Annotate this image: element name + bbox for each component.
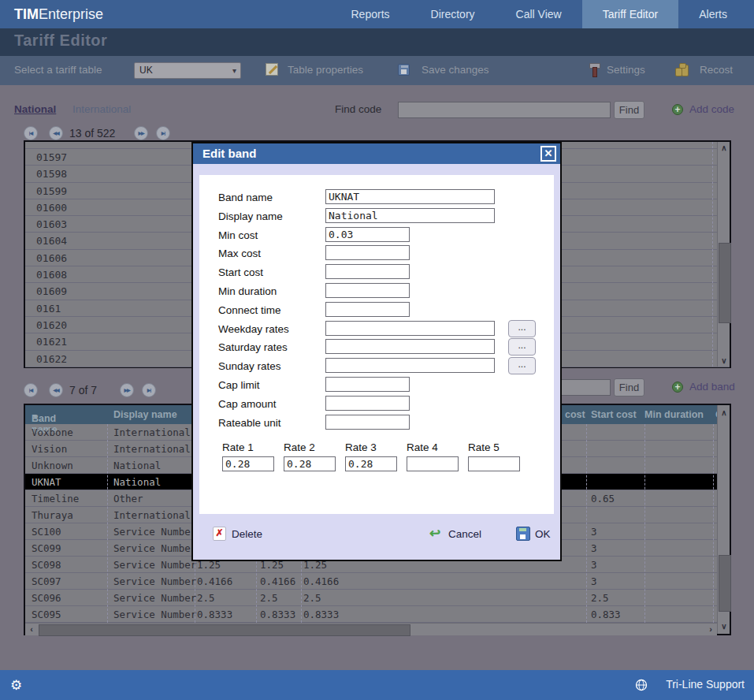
col-display-name[interactable]: Display name (113, 409, 177, 420)
save-changes-button[interactable]: Save changes (422, 64, 489, 76)
field-input-weekday-rates[interactable] (325, 321, 495, 336)
col-start-cost[interactable]: Start cost (591, 409, 637, 420)
field-input-cap-amount[interactable] (325, 396, 410, 411)
band-first-page-icon[interactable]: |◀ (24, 383, 38, 397)
col-min-duration[interactable]: Min duration (644, 409, 704, 420)
settings-tool-icon[interactable] (588, 62, 600, 76)
scroll-thumb[interactable] (39, 624, 410, 636)
dialog-field-row: Display name (199, 208, 554, 227)
field-input-rateable-unit[interactable] (325, 415, 410, 430)
band-row[interactable]: SC095Service Number0.83330.83330.83330.8… (25, 606, 730, 623)
tariff-table-label: Select a tariff table (14, 64, 102, 76)
tab-national[interactable]: National (14, 103, 56, 115)
band-cell-r1: 0.8333 (197, 609, 232, 620)
scroll-down-icon[interactable]: ∨ (718, 620, 730, 632)
browse-button[interactable]: ... (508, 357, 536, 374)
scroll-up-icon[interactable]: ∧ (718, 142, 730, 154)
rate-input-2[interactable] (284, 456, 336, 471)
field-input-min-duration[interactable] (325, 283, 410, 298)
scroll-thumb[interactable] (719, 555, 731, 612)
field-input-band-name[interactable] (325, 189, 495, 204)
add-band-plus-icon[interactable]: + (672, 382, 683, 393)
scroll-down-icon[interactable]: ∨ (718, 355, 730, 367)
rate-input-1[interactable] (222, 456, 274, 471)
field-input-sunday-rates[interactable] (325, 358, 495, 373)
band-next-page-icon[interactable]: ▶▶ (120, 383, 134, 397)
table-properties-button[interactable]: Table properties (288, 64, 363, 76)
scroll-left-icon[interactable]: ‹ (25, 624, 38, 636)
delete-button[interactable]: Delete (232, 528, 262, 540)
add-plus-icon[interactable]: + (672, 104, 683, 115)
scroll-thumb[interactable] (719, 243, 731, 323)
browse-button[interactable]: ... (508, 338, 536, 356)
field-input-start-cost[interactable] (325, 264, 410, 279)
band-row[interactable]: SC096Service Number2.52.52.52.5 (25, 590, 730, 606)
find-code-button[interactable]: Find (614, 101, 644, 119)
band-last-page-icon[interactable]: ▶| (142, 383, 156, 397)
add-band-link[interactable]: Add band (689, 381, 735, 393)
next-page-icon[interactable]: ▶▶ (134, 126, 148, 140)
delete-icon[interactable]: ✗ (213, 527, 226, 541)
ok-button[interactable]: OK (535, 528, 551, 540)
field-input-max-cost[interactable] (325, 245, 410, 260)
field-input-cap-limit[interactable] (325, 377, 410, 392)
field-label: Cap limit (218, 379, 260, 391)
field-label: Display name (218, 210, 283, 222)
prev-page-icon[interactable]: ◀◀ (49, 126, 63, 140)
toolbar: Select a tariff table UK ▾ Table propert… (0, 56, 754, 85)
cancel-undo-icon[interactable]: ↩ (429, 525, 440, 542)
code-table-scrollbar[interactable]: ∧ ∨ (717, 142, 730, 367)
band-row[interactable]: SC097Service Number0.41660.41660.41663 (25, 573, 730, 590)
heading-bar: Tariff Editor (0, 28, 754, 56)
first-page-icon[interactable]: |◀ (24, 126, 38, 140)
nav-tab-call-view[interactable]: Call View (496, 0, 582, 28)
nav-tab-alerts[interactable]: Alerts (678, 0, 748, 28)
band-cell-display: Other (113, 493, 143, 505)
field-input-display-name[interactable] (325, 208, 495, 223)
scroll-right-icon[interactable]: › (704, 624, 717, 636)
app: TIMEnterprise ReportsDirectoryCall ViewT… (0, 0, 754, 700)
support-link[interactable]: Tri-Line Support (666, 678, 745, 691)
dialog-rates: Rate 1Rate 2Rate 3Rate 4Rate 5 (199, 441, 554, 489)
settings-button[interactable]: Settings (607, 64, 645, 76)
dialog-form-panel: Band nameDisplay nameMin costMax costSta… (199, 175, 554, 514)
pencil-icon[interactable] (266, 63, 278, 76)
last-page-icon[interactable]: ▶| (156, 126, 170, 140)
coins-icon[interactable] (675, 63, 689, 76)
band-cell-band: SC097 (32, 575, 61, 587)
nav-tab-tariff-editor[interactable]: Tariff Editor (582, 0, 679, 28)
column-divider (713, 424, 714, 623)
ok-save-icon[interactable] (516, 527, 530, 541)
find-band-button[interactable]: Find (614, 378, 644, 397)
save-icon[interactable] (398, 64, 410, 76)
close-icon[interactable]: ✕ (540, 146, 556, 162)
field-input-connect-time[interactable] (325, 302, 410, 317)
nav-tab-directory[interactable]: Directory (410, 0, 496, 28)
find-code-input[interactable] (398, 102, 611, 118)
browse-button[interactable]: ... (508, 320, 536, 337)
band-cell-display: Service Number (113, 542, 196, 554)
scroll-up-icon[interactable]: ∧ (718, 407, 730, 419)
cancel-button[interactable]: Cancel (448, 528, 481, 540)
recost-button[interactable]: Recost (700, 64, 733, 76)
nav-tab-reports[interactable]: Reports (331, 0, 410, 28)
rate-input-3[interactable] (345, 456, 397, 471)
field-input-min-cost[interactable] (325, 227, 410, 242)
dialog-field-row: Min duration (199, 283, 554, 302)
field-input-saturday-rates[interactable] (325, 339, 495, 354)
tariff-table-select[interactable]: UK ▾ (134, 62, 241, 79)
band-pager-text: 7 of 7 (69, 384, 97, 397)
band-table-scrollbar[interactable]: ∧ ∨ (717, 405, 730, 634)
tab-international[interactable]: International (72, 103, 131, 115)
col-cost-partial[interactable]: cost (565, 409, 585, 420)
band-prev-page-icon[interactable]: ◀◀ (49, 383, 63, 397)
rate-input-4[interactable] (407, 456, 459, 471)
gear-icon[interactable]: ⚙ (10, 677, 22, 694)
band-table-hscrollbar[interactable]: ‹ › (25, 623, 717, 635)
band-cell-band: Timeline (32, 493, 79, 505)
add-code-link[interactable]: Add code (689, 103, 734, 115)
band-cell-start: 3 (591, 559, 597, 571)
rate-input-5[interactable] (468, 456, 520, 471)
rate-label: Rate 4 (407, 441, 466, 453)
band-cell-display: Service Number (113, 526, 196, 538)
